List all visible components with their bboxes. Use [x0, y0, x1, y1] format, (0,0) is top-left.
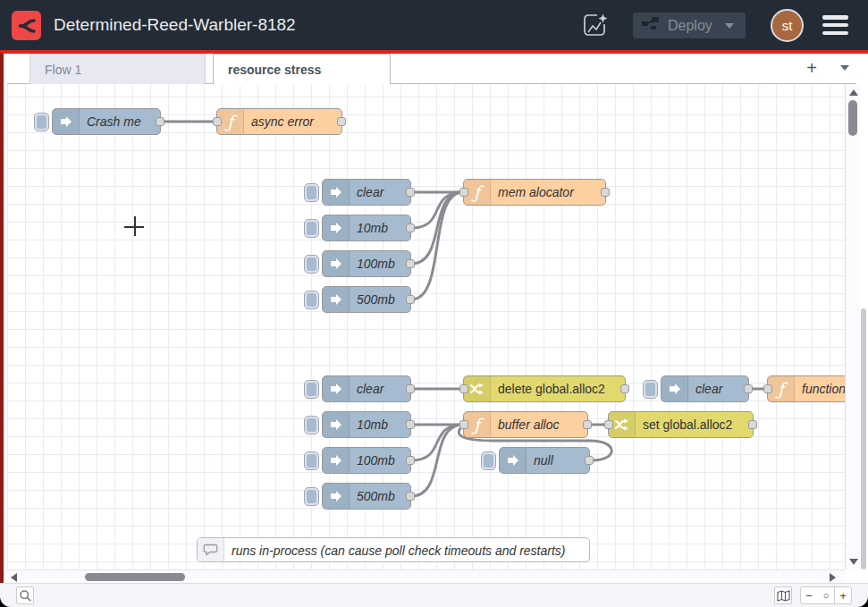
navigator-button[interactable] — [774, 586, 792, 604]
inject-trigger-button[interactable] — [304, 219, 319, 238]
input-port[interactable] — [604, 420, 613, 429]
node-comment[interactable]: runs in-process (can cause poll check ti… — [197, 537, 590, 562]
node-label: clear — [357, 180, 383, 205]
inject-trigger-button[interactable] — [304, 487, 319, 506]
inject-icon — [323, 484, 350, 509]
scroll-left-icon[interactable] — [11, 573, 17, 582]
input-port[interactable] — [459, 188, 468, 197]
inject-icon — [323, 376, 350, 401]
flow-list-caret-icon[interactable] — [840, 65, 849, 71]
node-label: null — [534, 448, 553, 473]
scroll-up-icon[interactable] — [849, 89, 858, 96]
node-500mb-1[interactable]: 500mb — [322, 286, 411, 313]
inject-trigger-button[interactable] — [481, 451, 496, 470]
assistant-icon[interactable] — [581, 12, 610, 40]
output-port[interactable] — [156, 117, 164, 126]
inject-trigger-button[interactable] — [304, 291, 319, 309]
node-clear-2[interactable]: clear — [322, 375, 411, 402]
inject-trigger-button[interactable] — [643, 380, 658, 399]
zoom-reset-button[interactable]: ○ — [817, 586, 835, 604]
comment-icon — [198, 538, 224, 561]
vertical-scrollbar[interactable] — [845, 84, 860, 569]
inject-icon — [662, 376, 688, 401]
zoom-out-button[interactable]: − — [800, 586, 818, 604]
instance-title: Determined-Reed-Warbler-8182 — [54, 0, 296, 50]
deploy-state-icon — [642, 17, 660, 34]
output-port[interactable] — [620, 384, 629, 393]
inject-icon — [323, 412, 350, 437]
tab-resource-stress[interactable]: resource stress — [213, 54, 391, 85]
inject-trigger-button[interactable] — [304, 183, 319, 202]
node-clear-1[interactable]: clear — [322, 179, 411, 206]
output-port[interactable] — [406, 223, 415, 232]
horizontal-scroll-thumb[interactable] — [85, 573, 185, 581]
inject-trigger-button[interactable] — [304, 451, 319, 470]
output-port[interactable] — [748, 420, 757, 429]
input-port[interactable] — [459, 420, 468, 429]
node-red-editor: Determined-Reed-Warbler-8182 Deploy st — [0, 0, 868, 607]
add-flow-button[interactable]: + — [801, 57, 822, 79]
output-port[interactable] — [337, 117, 346, 126]
node-100mb-1[interactable]: 100mb — [322, 250, 411, 277]
deploy-caret-icon[interactable] — [725, 23, 734, 29]
node-label: 500mb — [357, 287, 395, 312]
node-set-global-alloc2[interactable]: set global.alloc2 — [608, 411, 754, 438]
output-port[interactable] — [406, 188, 415, 197]
output-port[interactable] — [744, 384, 753, 393]
search-button[interactable] — [16, 586, 34, 604]
node-label: clear — [695, 376, 722, 401]
input-port[interactable] — [459, 384, 468, 393]
scroll-right-icon[interactable] — [830, 573, 836, 582]
node-mem-alocator[interactable]: ƒmem alocator — [463, 179, 606, 206]
node-null[interactable]: null — [499, 447, 590, 474]
inject-trigger-button[interactable] — [304, 416, 319, 434]
node-clear-3[interactable]: clear — [661, 375, 749, 402]
user-avatar[interactable]: st — [771, 9, 804, 42]
node-label: delete global.alloc2 — [498, 376, 605, 401]
node-10mb-2[interactable]: 10mb — [322, 411, 411, 438]
flow-canvas[interactable]: Crash meƒasync errorclear10mb100mb500mbƒ… — [7, 84, 845, 569]
output-port[interactable] — [583, 420, 592, 429]
output-port[interactable] — [406, 259, 415, 268]
recording-border-left — [0, 54, 4, 583]
tab-flow-1[interactable]: Flow 1 — [29, 54, 206, 84]
node-label: 10mb — [357, 215, 388, 240]
inject-icon — [500, 448, 527, 473]
output-port[interactable] — [406, 456, 415, 465]
output-port[interactable] — [601, 188, 610, 197]
node-label: Crash me — [87, 109, 141, 134]
node-function[interactable]: ƒfunction — [767, 375, 845, 402]
node-100mb-2[interactable]: 100mb — [322, 447, 411, 474]
vertical-scroll-thumb[interactable] — [848, 100, 857, 136]
inject-trigger-button[interactable] — [304, 255, 319, 274]
inject-trigger-button[interactable] — [304, 380, 319, 399]
flow-tabbar: Flow 1 resource stress + — [7, 54, 856, 84]
inject-icon — [323, 287, 350, 312]
footer-toolbar: − ○ + — [0, 583, 868, 607]
output-port[interactable] — [406, 295, 415, 304]
zoom-in-button[interactable]: + — [834, 586, 852, 604]
node-buffer-alloc[interactable]: ƒbuffer alloc — [463, 411, 588, 438]
output-port[interactable] — [406, 492, 415, 501]
node-label: 500mb — [357, 484, 395, 509]
inject-icon — [53, 109, 80, 134]
horizontal-scrollbar[interactable] — [7, 569, 845, 583]
node-label: set global.alloc2 — [643, 412, 732, 437]
node-label: function — [802, 376, 845, 401]
node-delete-global-alloc2[interactable]: delete global.alloc2 — [463, 375, 626, 402]
node-async-error[interactable]: ƒasync error — [216, 108, 342, 135]
node-crash-me[interactable]: Crash me — [52, 108, 161, 135]
deploy-button[interactable]: Deploy — [633, 13, 746, 38]
node-10mb-1[interactable]: 10mb — [322, 215, 411, 241]
output-port[interactable] — [585, 456, 594, 465]
output-port[interactable] — [406, 384, 415, 393]
hamburger-menu-icon[interactable] — [822, 15, 848, 35]
input-port[interactable] — [763, 384, 772, 393]
node-500mb-2[interactable]: 500mb — [322, 483, 411, 510]
window-corner — [857, 596, 868, 607]
scroll-down-icon[interactable] — [849, 559, 858, 565]
inject-trigger-button[interactable] — [34, 113, 49, 131]
output-port[interactable] — [406, 420, 415, 429]
browser-scrollbar-thumb[interactable] — [861, 308, 866, 569]
input-port[interactable] — [213, 117, 222, 126]
